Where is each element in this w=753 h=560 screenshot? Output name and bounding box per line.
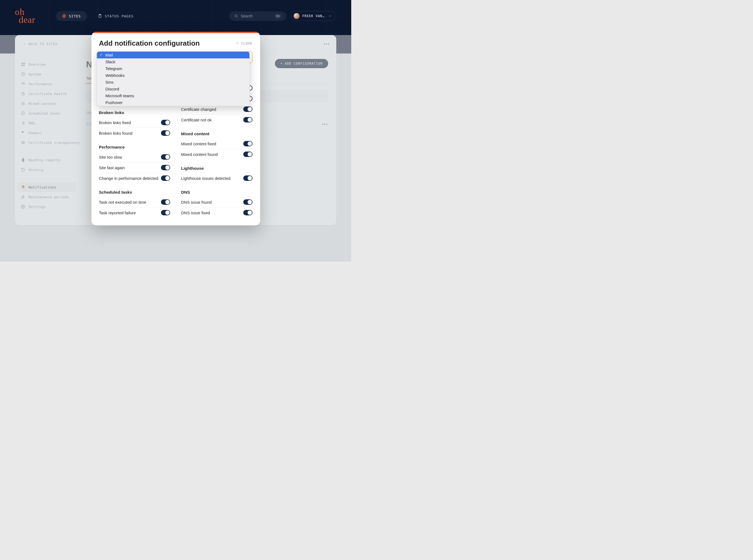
- toggle[interactable]: [161, 120, 170, 125]
- globe-icon: [62, 14, 66, 18]
- setting-change in performance detected: Change in performance detected: [99, 173, 170, 183]
- chevron-down-icon: [329, 14, 332, 18]
- toggle[interactable]: [243, 117, 252, 122]
- close-icon: [236, 42, 239, 45]
- setting-mixed content fixed: Mixed content fixed: [181, 139, 253, 149]
- setting-mixed content found: Mixed content found: [181, 149, 253, 159]
- setting-task not executed on time: Task not executed on time: [99, 197, 170, 207]
- option-microsoft teams[interactable]: Microsoft teams: [97, 92, 250, 99]
- user-menu[interactable]: FREEK VAN…: [291, 11, 336, 21]
- toggle[interactable]: [161, 154, 170, 160]
- nav-status-pages[interactable]: STATUS PAGES: [92, 11, 140, 21]
- group-broken links: Broken links Broken links fixed Broken l…: [99, 110, 170, 138]
- group-title: Mixed content: [181, 132, 253, 136]
- svg-point-3: [235, 15, 237, 17]
- setting-label: Broken links fixed: [99, 120, 131, 125]
- setting-broken links fixed: Broken links fixed: [99, 117, 170, 128]
- option-pushover[interactable]: Pushover: [97, 99, 250, 106]
- setting-dns issue fixed: DNS issue fixed: [181, 207, 253, 218]
- option-sms[interactable]: Sms: [97, 79, 250, 85]
- group-title: Broken links: [99, 110, 170, 115]
- modal-close-button[interactable]: CLOSE: [236, 42, 252, 45]
- setting-dns issue found: DNS issue found: [181, 197, 253, 207]
- avatar: [294, 13, 300, 19]
- group-title: DNS: [181, 190, 253, 195]
- setting-label: Task not executed on time: [99, 200, 146, 204]
- group-title: Lighthouse: [181, 166, 253, 171]
- option-telegram[interactable]: Telegram: [97, 65, 250, 72]
- setting-label: Lighthouse issues detected: [181, 176, 231, 181]
- toggle[interactable]: [243, 210, 252, 215]
- option-webhooks[interactable]: Webhooks: [97, 72, 250, 79]
- setting-label: DNS issue found: [181, 200, 212, 204]
- search-shortcut: ⌘K: [275, 14, 281, 18]
- option-discord[interactable]: Discord: [97, 85, 250, 92]
- setting-label: Certificate not ok: [181, 118, 212, 122]
- toggle[interactable]: [161, 176, 170, 181]
- group-lighthouse: Lighthouse Lighthouse issues detected: [181, 166, 253, 183]
- group-title: Performance: [99, 145, 170, 149]
- setting-label: Change in performance detected: [99, 176, 158, 181]
- toggle[interactable]: [243, 199, 252, 205]
- setting-label: Mixed content found: [181, 152, 218, 157]
- setting-label: Mixed content fixed: [181, 141, 216, 146]
- modal-add-notification: Add notification configuration CLOSE Mai…: [91, 32, 260, 225]
- modal-title: Add notification configuration: [99, 39, 200, 47]
- group-dns: DNS DNS issue found DNS issue fixed: [181, 190, 253, 218]
- clipboard-icon: [98, 14, 102, 18]
- setting-label: DNS issue fixed: [181, 211, 210, 215]
- toggle[interactable]: [161, 131, 170, 136]
- toggle[interactable]: [243, 106, 252, 112]
- setting-site too slow: Site too slow: [99, 152, 170, 162]
- group-scheduled tasks: Scheduled tasks Task not executed on tim…: [99, 190, 170, 218]
- toggle[interactable]: [161, 210, 170, 215]
- setting-label: Site too slow: [99, 155, 122, 159]
- option-slack[interactable]: Slack: [97, 58, 250, 65]
- logo[interactable]: oh dear: [15, 8, 35, 24]
- toggle[interactable]: [243, 176, 252, 181]
- setting-lighthouse issues detected: Lighthouse issues detected: [181, 173, 253, 183]
- setting-label: Task reported failure: [99, 211, 136, 215]
- toggle[interactable]: [161, 199, 170, 205]
- toggle[interactable]: [243, 141, 252, 146]
- search-input[interactable]: Search ⌘K: [229, 12, 286, 21]
- setting-label: Certificate changed: [181, 107, 216, 112]
- nav-sites[interactable]: SITES: [56, 11, 87, 21]
- group-mixed content: Mixed content Mixed content fixed Mixed …: [181, 132, 253, 159]
- setting-task reported failure: Task reported failure: [99, 207, 170, 218]
- search-icon: [234, 14, 238, 18]
- setting-label: Site fast again: [99, 165, 125, 170]
- toggle[interactable]: [243, 152, 252, 157]
- setting-broken links found: Broken links found: [99, 128, 170, 138]
- channel-dropdown: Mail Slack Telegram Webhooks Sms Discord…: [96, 51, 250, 106]
- group-performance: Performance Site too slow Site fast agai…: [99, 145, 170, 183]
- setting-label: Broken links found: [99, 131, 132, 136]
- group-title: Scheduled tasks: [99, 190, 170, 195]
- setting-certificate not ok: Certificate not ok: [181, 115, 253, 125]
- option-mail[interactable]: Mail: [97, 52, 250, 58]
- setting-site fast again: Site fast again: [99, 162, 170, 173]
- toggle[interactable]: [161, 165, 170, 170]
